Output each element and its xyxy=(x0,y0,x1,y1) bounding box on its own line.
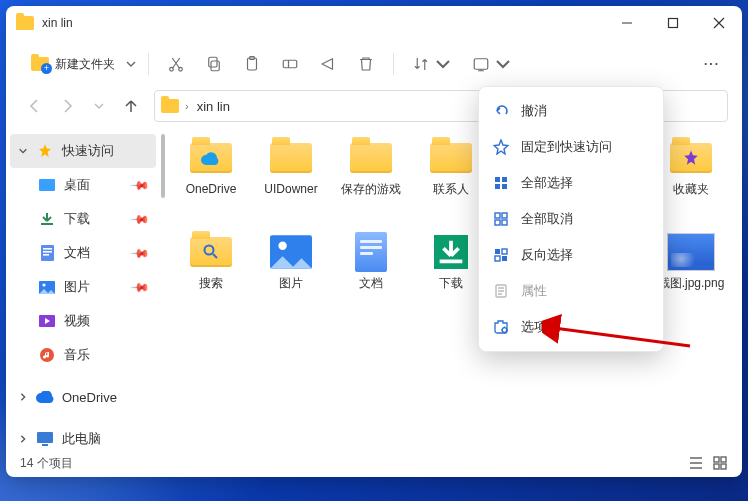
cloud-icon xyxy=(36,391,54,403)
paste-button[interactable] xyxy=(235,47,269,81)
file-item[interactable]: 保存的游戏 xyxy=(334,138,408,218)
pin-icon: 📌 xyxy=(130,277,151,298)
menu-select-none[interactable]: 全部取消 xyxy=(479,201,663,237)
recent-dropdown[interactable] xyxy=(84,91,114,121)
sidebar-item-pictures[interactable]: 图片 📌 xyxy=(10,270,156,304)
svg-rect-30 xyxy=(502,177,507,182)
item-icon xyxy=(427,138,475,178)
download-icon xyxy=(38,211,56,227)
svg-rect-10 xyxy=(39,179,55,191)
chevron-right-icon xyxy=(18,434,28,444)
file-item[interactable]: 联系人 xyxy=(414,138,488,218)
video-icon xyxy=(38,315,56,327)
menu-undo[interactable]: 撤消 xyxy=(479,93,663,129)
back-button[interactable] xyxy=(20,91,50,121)
details-view-icon[interactable] xyxy=(688,455,704,471)
item-label: 保存的游戏 xyxy=(334,182,408,197)
toolbar: 新建文件夹 ··· xyxy=(6,40,742,88)
file-item[interactable]: 文档 xyxy=(334,232,408,312)
menu-select-all[interactable]: 全部选择 xyxy=(479,165,663,201)
svg-rect-32 xyxy=(502,184,507,189)
svg-point-16 xyxy=(42,283,45,286)
new-folder-icon xyxy=(31,57,49,71)
svg-point-42 xyxy=(502,328,507,333)
file-item[interactable]: 图片 xyxy=(254,232,328,312)
menu-label: 撤消 xyxy=(521,102,547,120)
svg-rect-33 xyxy=(495,213,500,218)
svg-rect-34 xyxy=(502,213,507,218)
item-label: 文档 xyxy=(334,276,408,291)
folder-icon xyxy=(16,16,34,30)
sidebar-item-this-pc[interactable]: 此电脑 xyxy=(10,422,156,449)
file-item[interactable]: 收藏夹 xyxy=(654,138,728,218)
breadcrumb-item[interactable]: xin lin xyxy=(195,99,232,114)
sidebar-label: 视频 xyxy=(64,312,90,330)
new-folder-label: 新建文件夹 xyxy=(55,56,115,73)
share-button[interactable] xyxy=(311,47,345,81)
sidebar-item-videos[interactable]: 视频 xyxy=(10,304,156,338)
item-label: 截图.jpg.png xyxy=(654,276,728,291)
svg-point-21 xyxy=(205,246,214,255)
window-title: xin lin xyxy=(42,16,73,30)
file-item[interactable]: 搜索 xyxy=(174,232,248,312)
file-item[interactable]: 下载 xyxy=(414,232,488,312)
svg-point-2 xyxy=(179,67,183,71)
new-dropdown-button[interactable] xyxy=(124,58,138,70)
sidebar-label: 下载 xyxy=(64,210,90,228)
sidebar-label: OneDrive xyxy=(62,390,117,405)
svg-rect-39 xyxy=(495,256,500,261)
star-icon xyxy=(36,143,54,159)
svg-rect-0 xyxy=(669,19,678,28)
separator xyxy=(148,53,149,75)
item-icon xyxy=(347,138,395,178)
sidebar-item-music[interactable]: 音乐 xyxy=(10,338,156,372)
svg-point-23 xyxy=(278,242,286,250)
forward-button[interactable] xyxy=(52,91,82,121)
sidebar-label: 桌面 xyxy=(64,176,90,194)
item-label: UIDowner xyxy=(254,182,328,197)
menu-pin[interactable]: 固定到快速访问 xyxy=(479,129,663,165)
sidebar-label: 音乐 xyxy=(64,346,90,364)
file-item[interactable]: OneDrive xyxy=(174,138,248,218)
maximize-button[interactable] xyxy=(650,6,696,40)
close-button[interactable] xyxy=(696,6,742,40)
item-icon xyxy=(427,232,475,272)
cut-button[interactable] xyxy=(159,47,193,81)
sidebar-item-desktop[interactable]: 桌面 📌 xyxy=(10,168,156,202)
svg-rect-4 xyxy=(209,57,217,67)
file-item[interactable]: UIDowner xyxy=(254,138,328,218)
folder-icon xyxy=(161,99,179,113)
item-count: 14 个项目 xyxy=(20,455,73,472)
new-folder-button[interactable]: 新建文件夹 xyxy=(20,47,120,81)
more-button[interactable]: ··· xyxy=(696,47,728,81)
svg-rect-26 xyxy=(721,457,726,462)
svg-rect-19 xyxy=(37,432,53,443)
sort-button[interactable] xyxy=(404,47,460,81)
menu-invert-selection[interactable]: 反向选择 xyxy=(479,237,663,273)
icon-view-icon[interactable] xyxy=(712,455,728,471)
svg-rect-36 xyxy=(502,220,507,225)
svg-rect-25 xyxy=(714,457,719,462)
item-label: 图片 xyxy=(254,276,328,291)
item-label: 下载 xyxy=(414,276,488,291)
item-icon xyxy=(187,138,235,178)
music-icon xyxy=(38,348,56,362)
sidebar-item-downloads[interactable]: 下载 📌 xyxy=(10,202,156,236)
item-label: 联系人 xyxy=(414,182,488,197)
sidebar-label: 图片 xyxy=(64,278,90,296)
sidebar-label: 快速访问 xyxy=(62,142,114,160)
svg-rect-28 xyxy=(721,464,726,469)
file-item[interactable]: 截图.jpg.png xyxy=(654,232,728,312)
sidebar-item-onedrive[interactable]: OneDrive xyxy=(10,380,156,414)
rename-button[interactable] xyxy=(273,47,307,81)
menu-label: 固定到快速访问 xyxy=(521,138,612,156)
up-button[interactable] xyxy=(116,91,146,121)
view-button[interactable] xyxy=(464,47,520,81)
sidebar-label: 此电脑 xyxy=(62,430,101,448)
delete-button[interactable] xyxy=(349,47,383,81)
sidebar-item-quick-access[interactable]: 快速访问 xyxy=(10,134,156,168)
item-label: 收藏夹 xyxy=(654,182,728,197)
sidebar-item-documents[interactable]: 文档 📌 xyxy=(10,236,156,270)
minimize-button[interactable] xyxy=(604,6,650,40)
copy-button[interactable] xyxy=(197,47,231,81)
